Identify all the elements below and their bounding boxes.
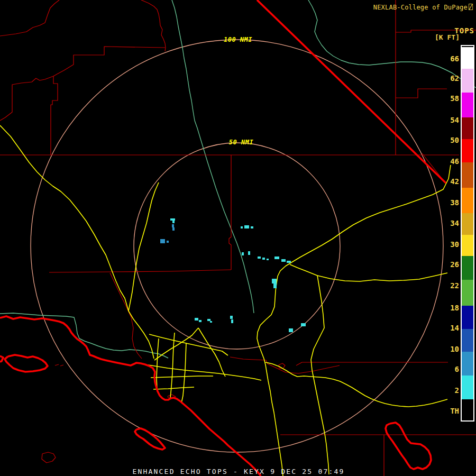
county-boundary-line [55,364,59,365]
echo-top-cell [172,227,175,231]
scale-tick-label: 62 [450,74,459,83]
echo-top-cell [258,257,261,259]
county-boundary-line [110,273,142,359]
road-line [311,276,329,474]
county-boundary-line [296,362,448,365]
scale-color-block [462,213,473,235]
scale-tick-label: 30 [450,240,459,249]
echo-top-cell [289,328,293,332]
road-line [151,376,213,378]
range-ring-label-100nmi: 100 NMI [224,36,252,43]
echo-top-cell [262,258,265,260]
scale-color-block [462,306,473,329]
color-scale-bar [461,45,474,422]
scale-unit: [K FT] [435,33,460,41]
echo-top-cell [231,319,233,323]
scale-tick-label: 26 [450,260,459,269]
county-boundary-line [49,270,231,272]
echo-top-cell [248,251,250,255]
scale-tick-label: 22 [450,281,459,290]
road-line [198,328,225,377]
road-line [153,387,194,389]
county-boundary-line [51,76,58,155]
state-boundary-line [135,428,165,450]
road-line [257,165,451,476]
road-line [0,125,154,359]
county-boundary-line [0,76,53,121]
scale-tick-label: 54 [450,116,459,124]
scale-tick-label: 58 [450,94,459,103]
echo-top-cell [301,323,306,326]
scale-color-block [462,352,473,376]
scale-color-block [462,235,473,256]
radar-map [0,0,476,476]
scale-tick-label: 42 [450,177,459,186]
echo-top-cell [267,259,269,260]
scale-color-block [462,188,473,213]
range-ring-50nmi [134,143,340,349]
brand-logo-icon: ⍁ [469,3,473,11]
echo-top-cell [287,261,291,263]
echo-top-cell [281,259,286,262]
scale-color-block [462,139,473,162]
scale-tick-label: 2 [455,386,459,395]
state-boundary-line [386,423,431,469]
road-line [148,365,261,380]
river-line [172,0,254,313]
river-line [0,313,168,358]
echo-top-cell [244,225,249,228]
scale-tick-label: 6 [455,365,459,373]
echo-top-cell [167,241,169,243]
county-boundary-line [141,0,166,51]
brand-header: NEXLAB-College of DuPage⍁ [373,3,473,11]
road-line [157,338,159,390]
scale-color-block [462,399,473,420]
brand-text: NEXLAB-College of DuPage [373,4,468,11]
road-line [181,343,186,403]
echo-top-cell [274,257,279,259]
scale-tick-label: 50 [450,136,459,144]
echo-top-cell [241,226,243,228]
state-boundary-line [0,356,3,362]
scale-tick-label: TH [450,407,459,415]
scale-tick-label: 18 [450,304,459,312]
scale-tick-label: 14 [450,324,459,332]
state-boundary-line [0,316,261,476]
scale-tick-label: 34 [450,219,459,227]
county-boundary-line [0,0,59,36]
county-boundary-line [396,89,447,98]
scale-color-block [462,93,473,117]
echo-top-cell [170,218,175,221]
scale-color-block [462,256,473,280]
echo-top-cell [160,239,165,243]
county-boundary-line [60,365,63,366]
county-boundary-line [53,47,165,76]
scale-color-block [462,117,473,139]
product-title: ENHANCED ECHO TOPS - KEYX 9 DEC 25 07:49 [132,468,344,475]
scale-color-block [462,162,473,188]
range-ring-100nmi [31,40,443,452]
echo-top-cell [199,320,202,322]
echo-top-cell [207,319,210,321]
road-line [290,264,447,281]
echo-top-cell [195,318,198,321]
echo-top-cell [210,321,212,323]
scale-tick-label: 46 [450,157,459,166]
echo-top-cell [273,283,277,288]
road-line [266,362,447,407]
echo-top-cell [251,226,253,228]
radar-display: NEXLAB-College of DuPage⍁ TOPS [K FT] 10… [0,0,476,476]
scale-color-block [462,69,473,93]
range-ring-label-50nmi: 50 NMI [229,139,253,146]
scale-color-block [462,280,473,306]
scale-tick-label: 66 [450,54,459,63]
echo-top-cell [230,316,233,319]
echo-top-cell [272,279,277,283]
county-boundary-line [42,452,56,463]
scale-tick-label: 10 [450,345,459,353]
echo-top-cell [172,221,175,223]
scale-tick-label: 38 [450,198,459,207]
state-boundary-line [5,355,48,372]
echo-top-cell [172,224,174,227]
scale-color-block [462,329,473,352]
